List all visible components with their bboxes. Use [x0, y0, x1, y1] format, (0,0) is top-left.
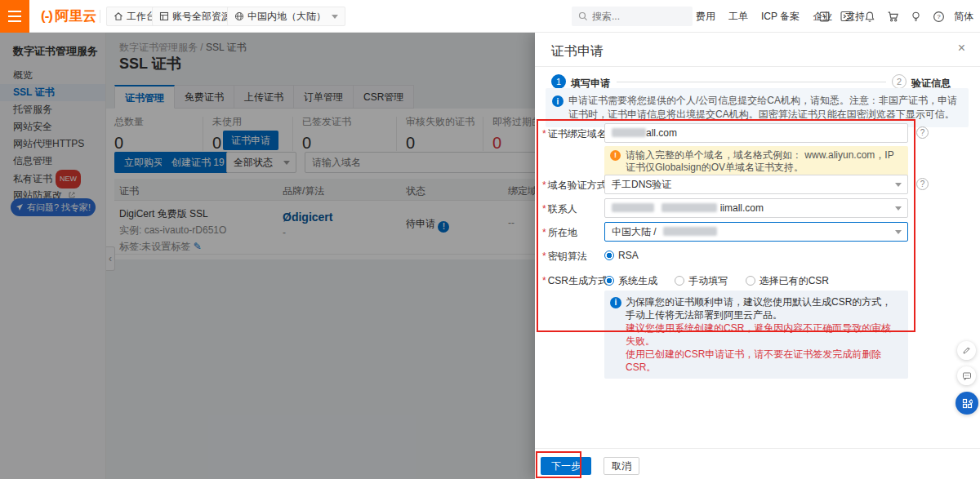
info-icon: i	[552, 95, 564, 107]
radio-on-icon	[604, 276, 614, 286]
chevron-down-icon	[895, 230, 902, 234]
globe-icon	[234, 11, 244, 21]
panel-info-alert: i 申请证书需要将您提供的个人/公司信息提交给CA机构，请知悉。注意：非国产证书…	[546, 88, 969, 127]
radio-system-generate[interactable]: 系统生成	[604, 275, 657, 286]
close-icon[interactable]: ×	[958, 41, 965, 55]
domain-help-icon[interactable]: ?	[916, 126, 929, 139]
verify-field-label: *域名验证方式	[542, 179, 607, 193]
radio-manual-fill[interactable]: 手动填写	[675, 275, 728, 286]
cancel-button[interactable]: 取消	[604, 457, 639, 475]
app-grid-icon	[962, 398, 973, 409]
divider	[100, 10, 100, 23]
radio-off-icon	[675, 276, 684, 286]
radio-rsa[interactable]: RSA	[604, 250, 639, 261]
top-navbar: (-) 阿里云 工作台 账号全部资源 中国内地（大陆） 费用 工单 ICP 备案…	[0, 0, 980, 33]
svg-text:?: ?	[937, 13, 941, 20]
global-search-input[interactable]	[592, 11, 682, 22]
domain-input[interactable]: all.com	[604, 123, 908, 143]
pencil-icon	[962, 346, 971, 355]
contact-select[interactable]: iimall.com	[604, 198, 908, 218]
csr-note-box: i 为保障您的证书顺利申请，建议您使用默认生成CSR的方式，手动上传将无法部署到…	[604, 291, 908, 379]
notifications-bell-icon[interactable]	[862, 9, 877, 24]
panel-footer: 下一步 取消	[535, 448, 980, 479]
chat-icon	[962, 371, 972, 381]
global-search	[572, 7, 693, 26]
warning-icon: !	[610, 150, 621, 161]
edit-fab-button[interactable]	[957, 341, 976, 360]
step-connector	[617, 82, 886, 82]
topbar-link-icp[interactable]: ICP 备案	[761, 10, 800, 24]
cloudshell-icon[interactable]	[840, 9, 854, 24]
csr-note-3: 使用已创建的CSR申请证书，请不要在证书签发完成前删除CSR。	[626, 348, 900, 374]
verify-method-select[interactable]: 手工DNS验证	[604, 175, 908, 194]
search-icon	[578, 11, 588, 21]
quick-entry-fab-button[interactable]	[956, 392, 978, 415]
domain-field-label: *证书绑定域名	[542, 127, 607, 141]
region-selector-button[interactable]: 中国内地（大陆）	[227, 7, 345, 26]
domain-warning: ! 请输入完整的单个域名，域名格式例如： www.aliyun.com，IP证书…	[604, 146, 908, 177]
redacted-text	[663, 227, 717, 236]
hamburger-menu-icon[interactable]	[0, 0, 29, 33]
redacted-text	[612, 128, 646, 137]
csr-mode-label: *CSR生成方式	[542, 274, 608, 288]
location-field-label: *所在地	[542, 226, 577, 240]
next-step-button[interactable]: 下一步	[541, 457, 591, 475]
step-1-circle: 1	[551, 74, 566, 89]
help-icon[interactable]: ?	[931, 9, 946, 24]
info-icon: i	[610, 297, 621, 308]
key-algo-group: RSA	[604, 250, 653, 261]
panel-title: 证书申请	[551, 43, 604, 60]
panel-header: 证书申请 ×	[535, 33, 980, 67]
csr-note-2: 建议您使用系统创建的CSR，避免因内容不正确而导致的审核失败。	[626, 322, 900, 348]
language-selector[interactable]: 简体	[954, 10, 973, 24]
radio-off-icon	[746, 276, 755, 286]
chevron-down-icon	[895, 183, 902, 187]
contact-field-label: *联系人	[542, 202, 577, 216]
location-select[interactable]: 中国大陆 /	[604, 222, 908, 242]
resources-icon	[159, 11, 169, 21]
cart-icon[interactable]	[885, 9, 900, 24]
cert-apply-panel: 证书申请 × 1 填写申请 2 验证信息 i 申请证书需要将您提供的个人/公司信…	[535, 33, 980, 479]
feedback-bulb-icon[interactable]	[908, 9, 923, 24]
csr-note-1: 为保障您的证书顺利申请，建议您使用默认生成CSR的方式，手动上传将无法部署到阿里…	[626, 295, 900, 322]
csr-mode-group: 系统生成 手动填写 选择已有的CSR	[604, 274, 844, 288]
home-icon	[114, 11, 123, 21]
modal-overlay[interactable]	[0, 33, 536, 479]
topbar-link-billing[interactable]: 费用	[696, 10, 715, 24]
aliyun-console: (-) 阿里云 工作台 账号全部资源 中国内地（大陆） 费用 工单 ICP 备案…	[0, 0, 980, 479]
topbar-icons: ? 简体	[817, 0, 980, 33]
topbar-link-tickets[interactable]: 工单	[728, 10, 748, 24]
verify-help-icon[interactable]: ?	[916, 178, 929, 190]
aliyun-logo[interactable]: (-) 阿里云	[41, 0, 96, 33]
mobile-app-icon[interactable]	[817, 9, 831, 24]
radio-on-icon	[604, 251, 614, 260]
radio-existing-csr[interactable]: 选择已有的CSR	[746, 275, 829, 286]
redacted-text	[662, 203, 717, 212]
key-algo-label: *密钥算法	[542, 250, 587, 264]
chevron-down-icon	[332, 15, 338, 19]
chevron-down-icon	[895, 206, 902, 211]
redacted-text	[612, 203, 654, 212]
feedback-fab-button[interactable]	[957, 366, 976, 385]
logo-bracket-icon: (-)	[41, 8, 52, 24]
step-2-circle: 2	[892, 74, 906, 89]
